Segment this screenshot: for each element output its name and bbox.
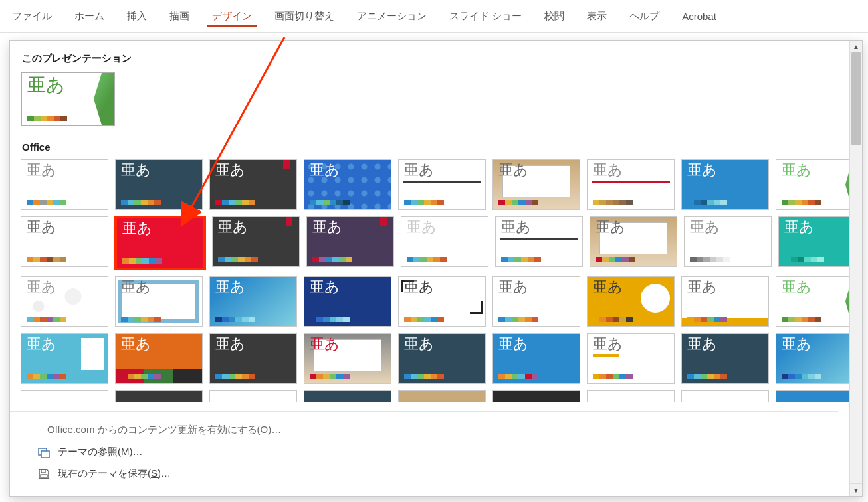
theme-thumbnail[interactable]: 亜あ — [587, 333, 675, 384]
theme-thumbnail[interactable]: 亜あ — [776, 159, 850, 210]
tab-acrobat[interactable]: Acrobat — [677, 7, 722, 26]
theme-thumbnail[interactable]: 亜あ — [681, 333, 769, 384]
tab-insert[interactable]: 挿入 — [122, 6, 152, 27]
theme-thumbnail[interactable]: 亜あ — [209, 333, 297, 384]
theme-thumbnail[interactable]: 亜あ — [209, 159, 297, 210]
tab-file[interactable]: ファイル — [7, 6, 57, 27]
tab-animations[interactable]: アニメーション — [352, 6, 432, 27]
theme-label: 亜あ — [784, 220, 814, 234]
tab-review[interactable]: 校閲 — [539, 6, 570, 27]
color-swatches — [218, 257, 258, 262]
theme-thumbnail[interactable]: 亜あ — [398, 276, 486, 327]
theme-thumbnail[interactable]: 亜あ — [495, 216, 583, 267]
theme-thumbnail[interactable]: 亜あ — [115, 276, 203, 327]
theme-thumbnail[interactable]: 亜あ — [306, 216, 394, 267]
theme-label: 亜あ — [782, 280, 812, 294]
theme-label: 亜あ — [215, 280, 245, 294]
theme-thumbnail[interactable]: 亜あ — [304, 276, 391, 327]
color-swatches — [784, 257, 824, 262]
swatch — [60, 116, 67, 121]
theme-thumbnail[interactable]: 亜あ — [778, 216, 850, 267]
browse-themes-icon — [38, 446, 50, 458]
panel-footer: Office.com からのコンテンツ更新を有効にする(O)… テーマの参照(M… — [10, 411, 838, 496]
theme-thumbnail-partial[interactable] — [681, 390, 769, 402]
theme-thumbnail[interactable]: 亜あ — [209, 276, 297, 327]
theme-thumbnail[interactable]: 亜あ — [492, 333, 580, 384]
color-swatches — [310, 200, 350, 205]
theme-thumbnail[interactable]: 亜あ — [21, 216, 108, 267]
svg-rect-1 — [41, 451, 49, 458]
tab-help[interactable]: ヘルプ — [624, 6, 665, 27]
swatch — [54, 116, 60, 121]
tab-view[interactable]: 表示 — [582, 6, 612, 27]
enable-content-update[interactable]: Office.com からのコンテンツ更新を有効にする(O)… — [47, 424, 827, 436]
theme-thumbnail[interactable]: 亜あ — [21, 159, 108, 210]
color-swatches — [593, 374, 633, 379]
theme-thumbnail[interactable]: 亜あ — [212, 216, 300, 267]
color-swatches — [498, 200, 538, 205]
theme-thumbnail[interactable]: 亜あ — [587, 276, 675, 327]
tab-slideshow[interactable]: スライド ショー — [444, 6, 527, 27]
browse-themes[interactable]: テーマの参照(M)… — [38, 446, 827, 458]
theme-thumbnail[interactable]: 亜あ — [115, 159, 203, 210]
theme-thumbnail[interactable]: 亜あ — [684, 216, 772, 267]
theme-thumbnail[interactable]: 亜あ — [21, 276, 108, 327]
theme-thumbnail[interactable]: 亜あ — [21, 333, 108, 384]
theme-thumbnail[interactable]: 亜あ — [681, 159, 769, 210]
scrollbar[interactable]: ▲ ▼ — [849, 41, 862, 496]
theme-label: 亜あ — [782, 337, 812, 351]
section-title-this-presentation: このプレゼンテーション — [22, 52, 842, 65]
theme-label: 亜あ — [218, 220, 248, 234]
theme-label: 亜あ — [27, 163, 56, 177]
save-current-theme[interactable]: 現在のテーマを保存(S)… — [38, 467, 827, 480]
tab-design[interactable]: デザイン — [207, 6, 257, 27]
theme-thumbnail-partial[interactable] — [776, 390, 850, 402]
color-swatches — [687, 317, 727, 322]
theme-label: 亜あ — [215, 163, 245, 177]
theme-thumbnail-partial[interactable] — [398, 390, 486, 402]
theme-current[interactable]: 亜あ — [21, 72, 115, 126]
theme-thumbnail[interactable]: 亜あ — [401, 216, 488, 267]
themes-dropdown-panel: このプレゼンテーション 亜あ Office 亜あ亜あ亜あ亜あ亜あ亜あ亜あ亜あ亜あ… — [9, 40, 863, 497]
theme-thumbnail[interactable]: 亜あ — [398, 333, 486, 384]
color-swatches — [215, 200, 255, 205]
color-swatches — [687, 200, 727, 205]
color-swatches — [501, 257, 541, 262]
theme-label: 亜あ — [121, 163, 151, 177]
tab-draw[interactable]: 描画 — [164, 6, 195, 27]
theme-thumbnail[interactable]: 亜あ — [115, 216, 205, 270]
theme-label: 亜あ — [215, 337, 245, 351]
theme-thumbnail[interactable]: 亜あ — [304, 159, 391, 210]
theme-thumbnail-partial[interactable] — [304, 390, 391, 402]
color-swatches — [27, 257, 66, 262]
theme-label: 亜あ — [27, 337, 56, 351]
theme-thumbnail[interactable]: 亜あ — [776, 333, 850, 384]
theme-thumbnail-partial[interactable] — [115, 390, 203, 402]
color-swatches — [121, 374, 161, 379]
tab-transitions[interactable]: 画面切り替え — [269, 6, 340, 27]
theme-label: 亜あ — [27, 280, 56, 294]
theme-thumbnail-partial[interactable] — [492, 390, 580, 402]
theme-thumbnail[interactable]: 亜あ — [492, 159, 580, 210]
scrollbar-down-button[interactable]: ▼ — [850, 483, 862, 496]
theme-thumbnail[interactable]: 亜あ — [398, 159, 486, 210]
theme-thumbnail-partial[interactable] — [209, 390, 297, 402]
scrollbar-up-button[interactable]: ▲ — [850, 41, 862, 53]
scrollbar-thumb[interactable] — [851, 52, 861, 145]
theme-thumbnail[interactable]: 亜あ — [681, 276, 769, 327]
color-swatches — [122, 258, 162, 264]
theme-row: 亜あ亜あ亜あ亜あ亜あ亜あ亜あ亜あ亜あ — [21, 333, 843, 384]
tab-home[interactable]: ホーム — [69, 6, 110, 27]
theme-thumbnail[interactable]: 亜あ — [776, 276, 850, 327]
theme-thumbnail[interactable]: 亜あ — [304, 333, 391, 384]
theme-label: 亜あ — [121, 280, 151, 294]
theme-thumbnail[interactable]: 亜あ — [590, 216, 677, 267]
theme-thumbnail-partial[interactable] — [21, 390, 108, 402]
color-swatches — [404, 317, 444, 322]
swatch — [41, 116, 47, 121]
theme-thumbnail[interactable]: 亜あ — [115, 333, 203, 384]
theme-label: 亜あ — [593, 163, 623, 177]
theme-thumbnail[interactable]: 亜あ — [587, 159, 675, 210]
theme-thumbnail-partial[interactable] — [587, 390, 675, 402]
theme-thumbnail[interactable]: 亜あ — [492, 276, 580, 327]
